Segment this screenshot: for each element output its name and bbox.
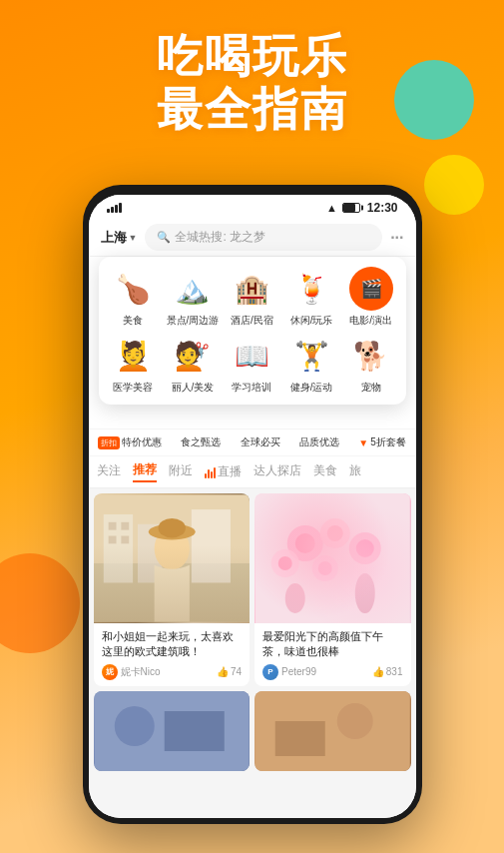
search-bar: 上海 ▼ 🔍 全城热搜: 龙之梦 ··· bbox=[89, 219, 416, 257]
tab-travel[interactable]: 旅 bbox=[349, 462, 361, 481]
svg-rect-7 bbox=[108, 536, 116, 544]
live-bar-4 bbox=[214, 467, 216, 478]
left-likes-count: 74 bbox=[231, 666, 242, 677]
tab-nearby[interactable]: 附近 bbox=[169, 462, 193, 481]
search-placeholder: 全城热搜: 龙之梦 bbox=[175, 229, 265, 246]
study-label: 学习培训 bbox=[232, 381, 271, 395]
promo-must[interactable]: 全球必买 bbox=[241, 435, 280, 449]
category-scenic[interactable]: 🏔️ 景点/周边游 bbox=[163, 267, 223, 328]
left-avatar-circle: 妮 bbox=[102, 664, 118, 680]
svg-point-26 bbox=[285, 583, 305, 613]
more-icon[interactable]: ··· bbox=[390, 229, 403, 247]
tab-explore[interactable]: 达人探店 bbox=[253, 462, 301, 481]
category-pet[interactable]: 🐕 宠物 bbox=[341, 334, 401, 395]
category-food[interactable]: 🍗 美食 bbox=[104, 267, 164, 328]
scenic-icon: 🏔️ bbox=[171, 267, 215, 311]
promo-food[interactable]: 食之甄选 bbox=[181, 435, 221, 449]
city-chevron-icon: ▼ bbox=[129, 233, 138, 243]
signal-bar-4 bbox=[119, 203, 122, 213]
card-left-bottom-image bbox=[94, 691, 251, 771]
status-icons: ▲ 12:30 bbox=[326, 201, 398, 215]
discount-badge: 折扣 bbox=[98, 436, 120, 449]
svg-rect-14 bbox=[164, 711, 224, 751]
svg-rect-15 bbox=[255, 493, 410, 623]
signal-bar-3 bbox=[115, 205, 118, 213]
promo-brand[interactable]: 品质优选 bbox=[299, 435, 339, 449]
svg-point-20 bbox=[271, 549, 299, 577]
status-left bbox=[107, 203, 124, 213]
category-row-2: 💆 医学美容 💇 丽人/美发 📖 学习培训 🏋️ 健身/运动 🐕 bbox=[104, 334, 401, 395]
card-left-body: 和小姐姐一起来玩，太喜欢这里的欧式建筑哦！ 妮 妮卡Nico 👍 74 bbox=[94, 623, 251, 686]
phone-mockup: ▲ 12:30 上海 ▼ 🔍 全城热搜: 龙之梦 ··· 🍗 bbox=[83, 185, 422, 824]
promo-five[interactable]: ▼ 5折套餐 bbox=[358, 435, 405, 449]
category-medical[interactable]: 💆 医学美容 bbox=[104, 334, 164, 395]
city-selector[interactable]: 上海 ▼ bbox=[101, 229, 138, 247]
status-bar: ▲ 12:30 bbox=[89, 195, 416, 219]
thumb-icon-right: 👍 bbox=[372, 666, 384, 677]
card-left-bottom[interactable] bbox=[94, 691, 251, 771]
svg-point-18 bbox=[320, 518, 350, 548]
beauty-label: 丽人/美发 bbox=[172, 381, 215, 395]
hotel-icon: 🏨 bbox=[230, 267, 273, 311]
five-star-badge: ▼ bbox=[358, 437, 368, 448]
fitness-icon: 🏋️ bbox=[289, 334, 333, 378]
category-leisure[interactable]: 🍹 休闲/玩乐 bbox=[281, 267, 341, 328]
leisure-label: 休闲/玩乐 bbox=[290, 314, 333, 328]
pet-icon: 🐕 bbox=[349, 334, 393, 378]
content-col-right: 最爱阳光下的高颜值下午茶，味道也很棒 P Peter99 👍 831 bbox=[254, 493, 411, 813]
card-right-svg bbox=[254, 493, 411, 623]
live-bar-1 bbox=[205, 473, 207, 478]
search-icon: 🔍 bbox=[157, 231, 171, 244]
medical-icon: 💆 bbox=[111, 334, 155, 378]
thumb-icon-left: 👍 bbox=[217, 666, 229, 677]
card-right-body: 最爱阳光下的高颜值下午茶，味道也很棒 P Peter99 👍 831 bbox=[254, 623, 411, 686]
svg-point-29 bbox=[337, 703, 373, 739]
card-right-bottom[interactable] bbox=[254, 691, 411, 771]
svg-rect-30 bbox=[275, 721, 325, 756]
card-right-likes: 👍 831 bbox=[372, 666, 403, 677]
tab-follow[interactable]: 关注 bbox=[97, 462, 121, 481]
movie-label: 电影/演出 bbox=[349, 314, 392, 328]
card-right-main[interactable]: 最爱阳光下的高颜值下午茶，味道也很棒 P Peter99 👍 831 bbox=[254, 493, 411, 686]
pet-label: 宠物 bbox=[361, 381, 381, 395]
tab-recommend[interactable]: 推荐 bbox=[133, 461, 157, 482]
hero-section: 吃喝玩乐 最全指南 bbox=[0, 30, 504, 136]
live-bar-2 bbox=[208, 469, 210, 478]
svg-point-24 bbox=[312, 555, 338, 581]
promo-strip: 折扣 特价优惠 食之甄选 全球必买 品质优选 ▼ 5折套餐 bbox=[89, 428, 416, 456]
card-right-title: 最爱阳光下的高颜值下午茶，味道也很棒 bbox=[262, 629, 403, 660]
svg-point-19 bbox=[327, 525, 343, 541]
battery-icon bbox=[342, 203, 360, 213]
signal-bar-1 bbox=[107, 209, 110, 213]
svg-point-23 bbox=[356, 539, 374, 557]
fitness-label: 健身/运动 bbox=[290, 381, 333, 395]
tab-live-label: 直播 bbox=[218, 463, 242, 480]
svg-rect-6 bbox=[121, 522, 129, 530]
promo-discount[interactable]: 折扣 特价优惠 bbox=[98, 435, 162, 449]
promo-must-label: 全球必买 bbox=[241, 435, 280, 449]
signal-bar-2 bbox=[111, 207, 114, 213]
svg-rect-1 bbox=[94, 563, 251, 622]
svg-rect-8 bbox=[121, 536, 129, 544]
card-left-main[interactable]: 和小姐姐一起来玩，太喜欢这里的欧式建筑哦！ 妮 妮卡Nico 👍 74 bbox=[94, 493, 251, 686]
card-left-title: 和小姐姐一起来玩，太喜欢这里的欧式建筑哦！ bbox=[102, 629, 243, 660]
category-card: 🍗 美食 🏔️ 景点/周边游 🏨 酒店/民宿 🍹 休闲/玩乐 bbox=[99, 257, 406, 405]
category-movie[interactable]: 🎬 电影/演出 bbox=[341, 267, 401, 328]
svg-point-27 bbox=[355, 573, 375, 613]
tab-food[interactable]: 美食 bbox=[313, 462, 337, 481]
hotel-label: 酒店/民宿 bbox=[231, 314, 273, 328]
category-study[interactable]: 📖 学习培训 bbox=[223, 334, 282, 395]
leisure-icon: 🍹 bbox=[289, 267, 333, 311]
right-author: Peter99 bbox=[281, 666, 316, 677]
card-left-footer: 妮 妮卡Nico 👍 74 bbox=[102, 664, 243, 680]
category-beauty[interactable]: 💇 丽人/美发 bbox=[163, 334, 223, 395]
content-col-left: 和小姐姐一起来玩，太喜欢这里的欧式建筑哦！ 妮 妮卡Nico 👍 74 bbox=[94, 493, 251, 813]
food-icon: 🍗 bbox=[111, 267, 155, 311]
city-label: 上海 bbox=[101, 229, 127, 247]
live-bars-icon bbox=[205, 466, 216, 478]
svg-point-25 bbox=[318, 561, 332, 575]
category-fitness[interactable]: 🏋️ 健身/运动 bbox=[281, 334, 341, 395]
search-input[interactable]: 🔍 全城热搜: 龙之梦 bbox=[145, 224, 382, 251]
category-hotel[interactable]: 🏨 酒店/民宿 bbox=[223, 267, 282, 328]
tab-live[interactable]: 直播 bbox=[205, 463, 242, 480]
